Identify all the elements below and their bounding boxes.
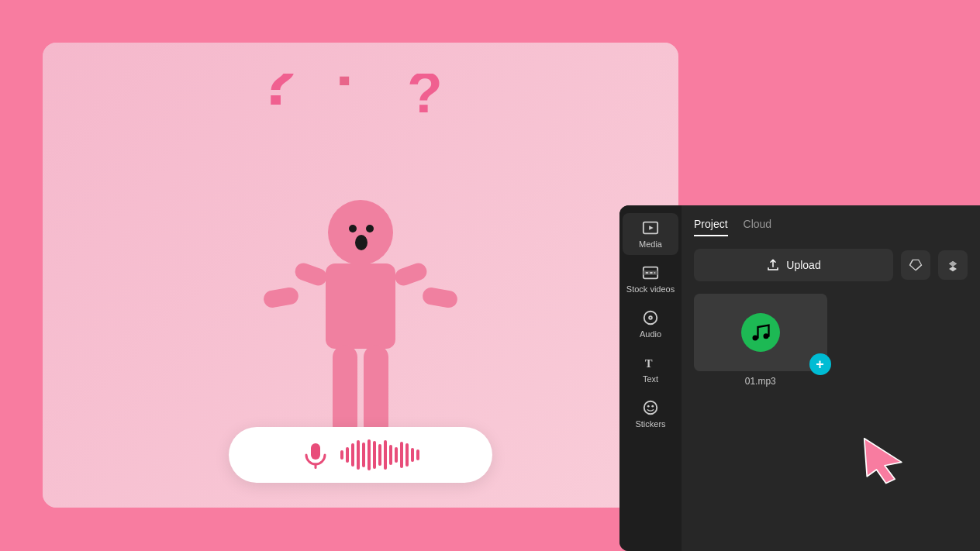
- google-drive-button[interactable]: [901, 250, 930, 280]
- svg-line-31: [916, 265, 922, 270]
- audio-bar: [229, 427, 492, 483]
- sidebar-stickers-label: Stickers: [635, 419, 665, 429]
- svg-rect-11: [421, 286, 458, 308]
- waveform: [340, 439, 419, 470]
- sidebar-item-media[interactable]: Media: [623, 213, 678, 255]
- sidebar-item-stock[interactable]: Stock videos: [623, 258, 678, 300]
- music-note-circle: [741, 313, 780, 352]
- media-item-01mp3[interactable]: +: [694, 294, 827, 371]
- svg-text:?: ?: [407, 74, 443, 125]
- upload-label: Upload: [786, 259, 820, 271]
- tabs-row: Project Cloud: [694, 218, 968, 236]
- panel-content: Project Cloud Upload: [682, 205, 980, 551]
- preview-area: ? ? ?: [43, 43, 678, 508]
- tab-cloud[interactable]: Cloud: [744, 218, 772, 236]
- svg-rect-22: [654, 272, 656, 274]
- svg-rect-21: [650, 272, 653, 274]
- svg-point-6: [355, 235, 368, 250]
- pink-character: ? ? ?: [182, 74, 539, 477]
- dropbox-icon: [945, 257, 961, 273]
- svg-rect-12: [333, 345, 357, 438]
- media-item-wrapper: + 01.mp3: [694, 294, 827, 387]
- right-panel: Media Stock videos Audio: [619, 205, 980, 551]
- media-grid: + 01.mp3: [694, 294, 968, 387]
- sidebar-media-label: Media: [639, 239, 662, 249]
- music-note-icon: [750, 322, 771, 343]
- stock-videos-icon: [642, 264, 659, 281]
- svg-rect-9: [262, 286, 299, 308]
- dropbox-button[interactable]: [938, 250, 968, 280]
- upload-icon: [766, 258, 780, 272]
- sidebar-item-stickers[interactable]: Stickers: [623, 393, 678, 435]
- svg-point-32: [752, 336, 757, 341]
- svg-text:?: ?: [326, 74, 366, 99]
- sidebar-item-audio[interactable]: Audio: [623, 303, 678, 345]
- upload-button[interactable]: Upload: [694, 249, 893, 281]
- tab-project[interactable]: Project: [694, 218, 728, 236]
- add-media-button[interactable]: +: [809, 353, 831, 375]
- svg-rect-13: [364, 345, 388, 438]
- svg-marker-17: [649, 226, 654, 230]
- svg-point-29: [651, 405, 654, 408]
- sidebar-audio-label: Audio: [640, 329, 661, 339]
- svg-point-27: [644, 401, 657, 415]
- media-thumbnail: [694, 294, 827, 371]
- sidebar-stock-label: Stock videos: [626, 284, 675, 294]
- text-icon: T: [642, 354, 659, 371]
- svg-marker-34: [864, 439, 902, 484]
- sidebar-item-text[interactable]: T Text: [623, 348, 678, 390]
- svg-line-30: [910, 260, 913, 265]
- svg-point-5: [366, 225, 374, 232]
- svg-point-33: [763, 333, 768, 339]
- upload-row: Upload: [694, 249, 968, 281]
- media-icon: [642, 219, 659, 236]
- svg-rect-20: [646, 272, 649, 274]
- mic-icon: [302, 441, 330, 469]
- svg-point-28: [647, 405, 650, 408]
- sidebar-text-label: Text: [643, 374, 658, 384]
- svg-rect-10: [393, 260, 430, 288]
- svg-rect-8: [293, 260, 330, 288]
- svg-point-25: [650, 317, 651, 319]
- svg-point-3: [328, 200, 393, 265]
- cursor-icon: [858, 432, 912, 486]
- svg-point-4: [349, 225, 357, 232]
- svg-rect-14: [311, 443, 320, 460]
- svg-rect-7: [326, 263, 395, 349]
- audio-icon: [642, 309, 659, 326]
- svg-text:T: T: [645, 357, 653, 370]
- stickers-icon: [642, 399, 659, 416]
- sidebar: Media Stock videos Audio: [619, 205, 682, 551]
- media-filename: 01.mp3: [694, 376, 827, 387]
- cursor-arrow: [858, 432, 912, 489]
- google-drive-icon: [908, 257, 923, 273]
- svg-text:?: ?: [256, 74, 298, 119]
